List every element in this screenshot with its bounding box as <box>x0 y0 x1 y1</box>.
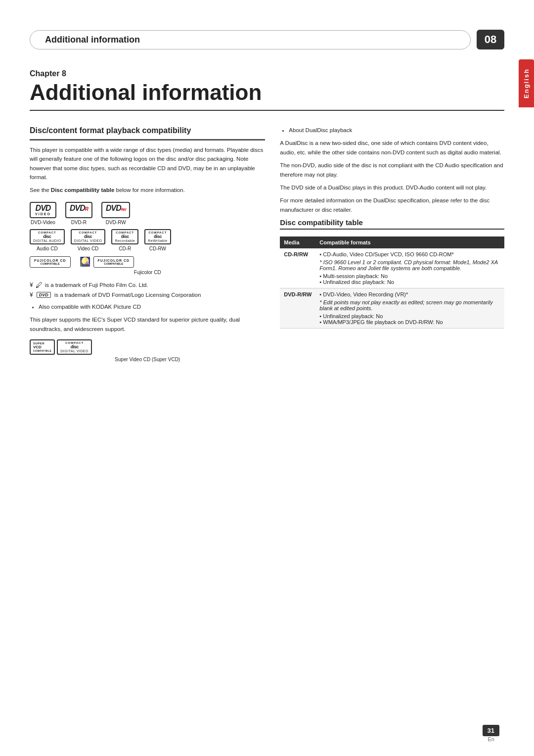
cd-r-label: CD-R <box>119 246 131 251</box>
header-title: Additional information <box>30 30 471 49</box>
dvd-wma: • WMA/MP3/JPEG file playback on DVD-R/RW… <box>319 319 500 325</box>
dvd-unfinalized: • Unfinalized playback: No <box>319 313 500 319</box>
video-cd-label: Video CD <box>78 246 99 251</box>
dualdisc-text-3: The DVD side of a DualDisc plays in this… <box>280 183 504 192</box>
table-header-media: Media <box>280 236 315 248</box>
dualdisc-heading-list: About DualDisc playback <box>280 126 504 135</box>
svcd-logos-row: SUPER VCD COMPATIBLE COMPACT disc DIGITA… <box>30 339 265 355</box>
fuji-logos-row: FUJICOLOR CD COMPATIBLE 🎑 FUJICOLOR CD C… <box>30 256 265 268</box>
cd-rw-label: CD-RW <box>149 246 166 251</box>
dvd-format-main: • DVD-Video, Video Recording (VR)* <box>319 291 500 297</box>
dvd-logos-row: DVD VIDEO DVD-Video DVDR DVD-R DVDRW <box>30 202 265 225</box>
page-number: 31 <box>483 725 499 736</box>
cd-format-main: • CD-Audio, Video CD/Super VCD, ISO 9660… <box>319 251 500 257</box>
dvd-format-note: * Edit points may not play exactly as ed… <box>319 299 500 311</box>
kodak-bullet-list: Also compatible with KODAK Picture CD <box>30 302 265 311</box>
chapter-title: Additional information <box>30 80 504 111</box>
fujicolor-compatible-logo: 🎑 FUJICOLOR CD COMPATIBLE <box>80 256 134 268</box>
dvd-video-logo: DVD VIDEO DVD-Video <box>30 202 56 225</box>
dualdisc-text-4: For more detailed information on the Dua… <box>280 196 504 214</box>
two-column-layout: Disc/content format playback compatibili… <box>30 126 504 362</box>
svcd-logo-1: SUPER VCD COMPATIBLE COMPACT disc DIGITA… <box>30 339 92 355</box>
audio-cd-label: Audio CD <box>37 246 58 251</box>
cd-unfinalized: • Unfinalized disc playback: No <box>319 279 500 285</box>
cd-format-note: * ISO 9660 Level 1 or 2 compliant. CD ph… <box>319 259 500 271</box>
table-header-formats: Compatible formats <box>315 236 504 248</box>
audio-cd-logo: COMPACT disc DIGITAL AUDIO Audio CD <box>30 229 65 251</box>
dvd-r-logo: DVDR DVD-R <box>65 202 92 225</box>
formats-cd-r-rw: • CD-Audio, Video CD/Super VCD, ISO 9660… <box>315 248 504 288</box>
media-dvd-r-rw: DVD-R/RW <box>280 288 315 329</box>
table-row: DVD-R/RW • DVD-Video, Video Recording (V… <box>280 288 504 329</box>
dvd-video-label: DVD-Video <box>31 220 55 225</box>
video-cd-logo: COMPACT disc DIGITAL VIDEO Video CD <box>71 229 106 251</box>
cd-rw-logo: COMPACT disc ReWritable CD-RW <box>144 229 171 251</box>
body-text-3: This player supports the IEC's Super VCD… <box>30 315 265 333</box>
chapter-label: Chapter 8 <box>30 69 504 78</box>
svcd-label: Super Video CD (Super VCD) <box>30 357 265 362</box>
compat-table-title: Disc compatibility table <box>280 218 504 230</box>
page-lang: En <box>488 736 494 742</box>
fujicolor-cd-logo: FUJICOLOR CD COMPATIBLE <box>30 256 71 268</box>
english-tab: English <box>519 59 534 107</box>
media-cd-r-rw: CD-R/RW <box>280 248 315 288</box>
cd-multi-session: • Multi-session playback: No <box>319 273 500 279</box>
body-text-1: This player is compatible with a wide ra… <box>30 145 265 182</box>
section-heading-playback: Disc/content format playback compatibili… <box>30 126 265 141</box>
page-wrapper: English Additional information 08 Chapte… <box>0 0 534 756</box>
compat-table: Media Compatible formats CD-R/RW • CD-Au… <box>280 236 504 329</box>
dvd-rw-label: DVD-RW <box>106 220 126 225</box>
about-dualdisc-item: About DualDisc playback <box>289 126 504 135</box>
dualdisc-text-2: The non-DVD, audio side of the disc is n… <box>280 161 504 179</box>
table-row: CD-R/RW • CD-Audio, Video CD/Super VCD, … <box>280 248 504 288</box>
kodak-bullet-item: Also compatible with KODAK Picture CD <box>39 302 265 311</box>
trademark-dvd: ¥ DVD is a trademark of DVD Format/Logo … <box>30 291 265 298</box>
right-column: About DualDisc playback A DualDisc is a … <box>280 126 504 362</box>
dualdisc-text-1: A DualDisc is a new two-sided disc, one … <box>280 139 504 157</box>
header-chapter-number: 08 <box>477 30 504 49</box>
top-header: Additional information 08 <box>30 30 504 49</box>
cd-logos-row: COMPACT disc DIGITAL AUDIO Audio CD COMP… <box>30 229 265 251</box>
dvd-r-label: DVD-R <box>71 220 87 225</box>
formats-dvd-r-rw: • DVD-Video, Video Recording (VR)* * Edi… <box>315 288 504 329</box>
dvd-rw-logo: DVDRW DVD-RW <box>101 202 130 225</box>
cd-r-logo: COMPACT disc Recordable CD-R <box>111 229 138 251</box>
left-column: Disc/content format playback compatibili… <box>30 126 265 362</box>
trademarks-section: ¥ 🖊 is a trademark of Fuji Photo Film Co… <box>30 281 265 298</box>
fujicolor-cd-label: Fujicolor CD <box>30 270 265 275</box>
trademark-fuji: ¥ 🖊 is a trademark of Fuji Photo Film Co… <box>30 281 265 289</box>
body-text-2: See the Disc compatibility table below f… <box>30 186 265 194</box>
